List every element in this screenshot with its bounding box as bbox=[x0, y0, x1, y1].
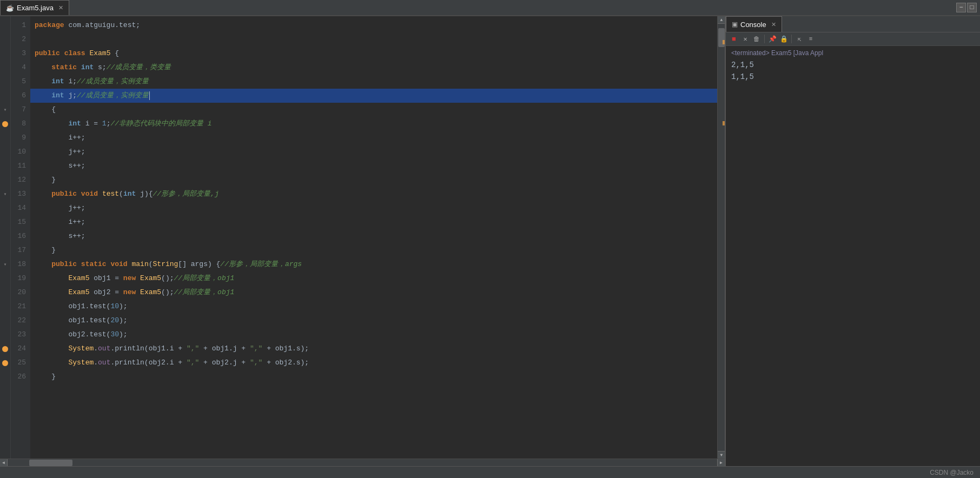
line-num-17: 17 bbox=[11, 243, 26, 257]
line-numbers: 1 2 3 4 5 6 7 8 9 10 11 12 13 14 15 16 1 bbox=[11, 16, 30, 459]
gutter-row-15 bbox=[0, 215, 10, 229]
scroll-up-button[interactable]: ▲ bbox=[718, 16, 725, 24]
line-num-2: 2 bbox=[11, 32, 26, 47]
line-num-18: 18 bbox=[11, 257, 26, 271]
scroll-lock-button[interactable]: 🔒 bbox=[779, 34, 789, 44]
gutter-row-11 bbox=[0, 159, 10, 173]
line-num-9: 9 bbox=[11, 131, 26, 145]
console-tab[interactable]: ▣ Console ✕ bbox=[726, 16, 782, 32]
code-line-25: System.out.println(obj2.i + "," + obj2.j… bbox=[30, 356, 717, 370]
warning-icon-8 bbox=[2, 121, 8, 127]
console-title-bar: ▣ Console ✕ bbox=[726, 16, 980, 32]
code-line-22: obj1.test(20); bbox=[30, 314, 717, 328]
editor-panel: ▾ ▾ ▾ bbox=[0, 16, 725, 466]
gutter-row-14 bbox=[0, 201, 10, 215]
code-line-5: int i;//成员变量，实例变量 bbox=[30, 75, 717, 89]
gutter-row-18-fold[interactable]: ▾ bbox=[0, 257, 10, 271]
line-num-16: 16 bbox=[11, 229, 26, 243]
gutter-row-1 bbox=[0, 18, 10, 32]
gutter-row-4 bbox=[0, 61, 10, 75]
code-line-21: obj1.test(10); bbox=[30, 300, 717, 314]
line-num-24: 24 bbox=[11, 342, 26, 356]
console-output: <terminated> Exam5 [Java Appl 2,1,5 1,1,… bbox=[726, 46, 980, 466]
gutter-row-20 bbox=[0, 286, 10, 300]
h-scroll-track[interactable] bbox=[8, 459, 717, 467]
code-line-13: public void test(int j){//形参，局部变量,j bbox=[30, 187, 717, 201]
line-num-14: 14 bbox=[11, 201, 26, 215]
line-num-19: 19 bbox=[11, 271, 26, 286]
console-output-line-2: 1,1,5 bbox=[731, 71, 975, 83]
fold-icon-13[interactable]: ▾ bbox=[3, 191, 6, 197]
gutter-row-24-warning bbox=[0, 342, 10, 356]
warning-icon-24 bbox=[2, 346, 8, 352]
code-line-26: } bbox=[30, 370, 717, 384]
minimize-button[interactable]: − bbox=[956, 3, 966, 12]
gutter-row-16 bbox=[0, 229, 10, 243]
line-num-10: 10 bbox=[11, 145, 26, 159]
console-icon: ▣ bbox=[732, 21, 738, 28]
console-toolbar: ■ ✕ 🗑 📌 🔒 ⇱ ≡ bbox=[726, 32, 980, 46]
code-line-14: j++; bbox=[30, 201, 717, 215]
editor-tab-label: Exam5.java bbox=[17, 4, 54, 12]
remove-launch-button[interactable]: ✕ bbox=[740, 34, 750, 44]
warning-icon-25 bbox=[2, 360, 8, 366]
line-num-11: 11 bbox=[11, 159, 26, 173]
fold-icon-18[interactable]: ▾ bbox=[3, 261, 6, 268]
toolbar-sep-2 bbox=[791, 35, 792, 43]
gutter-row-19 bbox=[0, 271, 10, 286]
terminate-button[interactable]: ■ bbox=[729, 34, 739, 44]
main-window: ☕ Exam5.java ✕ − □ bbox=[0, 0, 980, 478]
line-num-23: 23 bbox=[11, 328, 26, 342]
left-gutter: ▾ ▾ ▾ bbox=[0, 16, 11, 459]
open-console-button[interactable]: ⇱ bbox=[794, 34, 804, 44]
tab-close-icon[interactable]: ✕ bbox=[58, 4, 63, 11]
horizontal-scrollbar[interactable]: ◀ ▶ bbox=[0, 459, 725, 466]
line-num-22: 22 bbox=[11, 314, 26, 328]
attribution-label: CSDN @Jacko bbox=[930, 469, 974, 476]
console-output-line-1: 2,1,5 bbox=[731, 59, 975, 71]
h-scroll-left-button[interactable]: ◀ bbox=[0, 459, 8, 467]
h-scroll-right-button[interactable]: ▶ bbox=[717, 459, 725, 467]
vertical-scrollbar[interactable]: ▲ ▼ bbox=[717, 16, 725, 459]
line-num-6: 6 bbox=[11, 89, 26, 103]
console-panel: ▣ Console ✕ ■ ✕ 🗑 📌 🔒 ⇱ ≡ <terminated> E… bbox=[725, 16, 980, 466]
editor-tab[interactable]: ☕ Exam5.java ✕ bbox=[0, 0, 69, 15]
code-line-1: package com.atguigu.test; bbox=[30, 18, 717, 32]
line-num-7: 7 bbox=[11, 103, 26, 117]
line-num-8: 8 bbox=[11, 117, 26, 131]
gutter-row-12 bbox=[0, 173, 10, 187]
code-line-18: public static void main(String[] args) {… bbox=[30, 257, 717, 271]
line-num-4: 4 bbox=[11, 61, 26, 75]
gutter-row-22 bbox=[0, 314, 10, 328]
gutter-row-8-warning bbox=[0, 117, 10, 131]
h-scroll-thumb[interactable] bbox=[29, 460, 72, 466]
gutter-row-25-warning bbox=[0, 356, 10, 370]
status-bar: CSDN @Jacko bbox=[0, 466, 980, 478]
maximize-button[interactable]: □ bbox=[967, 3, 977, 12]
gutter-row-23 bbox=[0, 328, 10, 342]
console-tab-close-icon[interactable]: ✕ bbox=[771, 21, 776, 28]
line-num-5: 5 bbox=[11, 75, 26, 89]
code-line-11: s++; bbox=[30, 159, 717, 173]
code-line-6: int j;//成员变量，实例变量 bbox=[30, 89, 717, 103]
code-line-3: public class Exam5 { bbox=[30, 47, 717, 61]
code-line-9: i++; bbox=[30, 131, 717, 145]
code-line-8: int i = 1;//非静态代码块中的局部变量 i bbox=[30, 117, 717, 131]
title-bar: ☕ Exam5.java ✕ − □ bbox=[0, 0, 980, 16]
line-num-3: 3 bbox=[11, 47, 26, 61]
scroll-down-button[interactable]: ▼ bbox=[718, 451, 725, 459]
gutter-row-13-fold[interactable]: ▾ bbox=[0, 187, 10, 201]
code-area[interactable]: package com.atguigu.test; public class E… bbox=[30, 16, 717, 459]
clear-console-button[interactable]: 🗑 bbox=[752, 34, 762, 44]
gutter-row-3 bbox=[0, 47, 10, 61]
code-line-23: obj2.test(30); bbox=[30, 328, 717, 342]
scroll-track[interactable] bbox=[718, 24, 725, 451]
gutter-row-17 bbox=[0, 243, 10, 257]
line-num-13: 13 bbox=[11, 187, 26, 201]
view-menu-button[interactable]: ≡ bbox=[806, 34, 816, 44]
editor-body: ▾ ▾ ▾ bbox=[0, 16, 725, 459]
pin-console-button[interactable]: 📌 bbox=[767, 34, 777, 44]
gutter-row-7-fold[interactable]: ▾ bbox=[0, 103, 10, 117]
fold-icon-7[interactable]: ▾ bbox=[3, 107, 6, 113]
code-line-15: i++; bbox=[30, 215, 717, 229]
